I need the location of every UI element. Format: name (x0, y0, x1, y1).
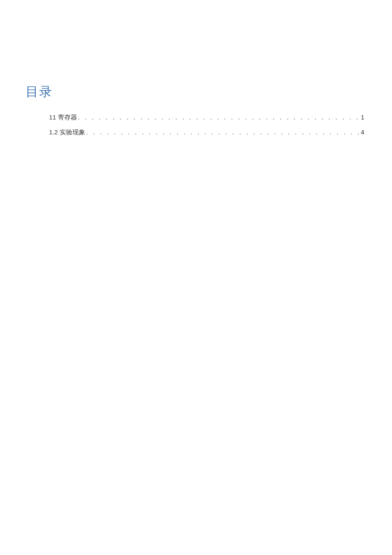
toc-entry[interactable]: 11 寄存器 1 (49, 113, 364, 122)
document-page: 目录 11 寄存器 1 1.2 实验现象 4 (0, 0, 392, 137)
toc-entry-label: 1.2 实验现象 (49, 128, 85, 137)
toc-entry[interactable]: 1.2 实验现象 4 (49, 128, 364, 137)
toc-entry-page: 4 (360, 128, 364, 136)
toc-entry-page: 1 (360, 113, 364, 121)
toc-leader-dots (85, 128, 360, 136)
toc-leader-dots (77, 113, 360, 121)
toc-entry-label: 11 寄存器 (49, 113, 77, 122)
toc-title: 目录 (26, 83, 366, 101)
toc-entries: 11 寄存器 1 1.2 实验现象 4 (26, 113, 366, 137)
